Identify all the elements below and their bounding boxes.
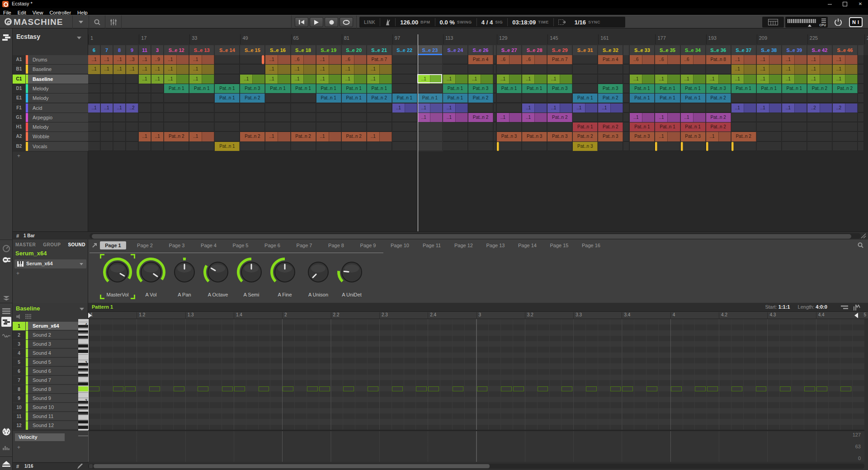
pattern-clip[interactable]: ..1 [139, 132, 151, 141]
clip-slot[interactable] [443, 132, 468, 141]
velocity-stem[interactable] [757, 437, 758, 460]
clip-slot[interactable] [291, 142, 316, 151]
pattern-clip[interactable]: Pat..n 2 [573, 132, 598, 141]
pattern-clip-tail[interactable] [668, 75, 680, 84]
clip-slot[interactable] [88, 142, 100, 151]
scene-Se29[interactable]: S..e 29 [547, 45, 572, 55]
arranger-scrollbar-thumb[interactable] [92, 234, 851, 239]
pattern-clip-tail[interactable] [329, 65, 341, 74]
pattern-clip[interactable]: Pat..n 1 [189, 84, 214, 93]
pattern-clip-tail[interactable] [769, 75, 782, 84]
clip-slot[interactable] [731, 113, 756, 122]
track-row-A2[interactable]: A2Wobble [13, 132, 88, 141]
sound-row-7[interactable]: 7Sound 7 [13, 376, 80, 385]
scene-6[interactable]: 6 [88, 45, 100, 55]
bpm-field[interactable]: 126.00BPM [396, 17, 434, 28]
clip-slot[interactable] [418, 132, 443, 141]
midi-note[interactable] [222, 386, 233, 391]
clip-slot[interactable] [113, 132, 126, 141]
pattern-clip[interactable]: ..1 [342, 75, 354, 84]
pattern-clip[interactable]: ..1 [782, 103, 795, 113]
clip-slot[interactable] [139, 142, 151, 151]
pattern-clip-tail[interactable] [795, 65, 807, 74]
pattern-clip[interactable]: ..1 [101, 103, 113, 113]
editor-scrollbar[interactable] [88, 464, 864, 469]
clip-slot[interactable] [494, 122, 496, 132]
clip-slot[interactable] [367, 113, 392, 122]
project-dropdown-icon[interactable] [77, 37, 81, 39]
sound-row-11[interactable]: 11Sound 11 [13, 412, 80, 421]
clip-slot[interactable] [623, 142, 629, 151]
arranger-view-icon[interactable] [2, 32, 11, 43]
black-key[interactable] [78, 344, 88, 348]
velocity-lane-selector[interactable]: Velocity [15, 433, 65, 441]
clip-slot[interactable] [139, 103, 151, 113]
midi-note[interactable] [198, 386, 208, 391]
pattern-clip-tail[interactable] [535, 55, 547, 64]
pattern-clip[interactable]: Pat..n 1 [291, 84, 316, 93]
clip-slot[interactable] [757, 142, 782, 151]
clip-slot[interactable] [443, 122, 468, 132]
clip-marker[interactable] [497, 142, 499, 151]
sound-row-4[interactable]: 4Sound 4 [13, 349, 80, 358]
pianoroll-grid[interactable] [88, 319, 864, 430]
midi-note[interactable] [259, 386, 269, 391]
pattern-clip[interactable]: ..1 [731, 55, 744, 64]
scene-spacer[interactable] [858, 45, 863, 55]
midi-note[interactable] [453, 386, 463, 391]
pattern-clip[interactable]: ..1 [630, 75, 642, 84]
clip-slot[interactable] [151, 103, 164, 113]
pattern-clip[interactable]: ..1 [265, 55, 278, 64]
pattern-clip-tail[interactable] [177, 75, 189, 84]
pattern-clip[interactable]: ..1 [655, 132, 668, 141]
collapse-chevron-icon[interactable] [2, 293, 10, 304]
arrange-tab-icon[interactable] [2, 306, 11, 317]
clip-slot[interactable] [598, 113, 623, 122]
pattern-clip[interactable]: Pat..n 7 [367, 55, 392, 64]
pattern-clip[interactable]: ..1 [418, 113, 430, 122]
pattern-clip[interactable]: ..1 [189, 65, 202, 74]
pattern-clip-tail[interactable] [304, 75, 316, 84]
pattern-clip-tail[interactable] [354, 75, 367, 84]
midi-note[interactable] [707, 386, 718, 391]
clip-slot[interactable] [151, 122, 164, 132]
plugin-slot[interactable]: Serum_x64 [14, 259, 86, 268]
pattern-clip-tail[interactable] [795, 103, 807, 113]
pattern-clip-tail[interactable] [509, 75, 522, 84]
clip-slot[interactable] [189, 113, 214, 122]
clip-slot[interactable] [858, 65, 864, 74]
pattern-clip[interactable]: ..1 [833, 75, 845, 84]
link-toggle[interactable]: LINK [359, 17, 380, 28]
scene-Se46[interactable]: S..e 46 [833, 45, 857, 55]
clip-marker[interactable] [706, 142, 708, 151]
sound-row-9[interactable]: 9Sound 9 [13, 394, 80, 403]
knob-dial[interactable] [134, 255, 168, 290]
midi-note[interactable] [695, 386, 706, 391]
clip-slot[interactable] [265, 94, 290, 103]
midi-note[interactable] [113, 386, 124, 391]
pattern-clip[interactable]: ..1 [497, 75, 509, 84]
velocity-stem[interactable] [781, 437, 782, 460]
pattern-clip[interactable]: ..1 [418, 103, 430, 113]
midi-note[interactable] [622, 386, 633, 391]
velocity-stem[interactable] [344, 437, 345, 460]
pattern-clip[interactable]: Pat..n 1 [757, 84, 782, 93]
clip-slot[interactable] [113, 142, 126, 151]
clip-slot[interactable] [782, 113, 807, 122]
pattern-clip[interactable]: Pat..n 3 [240, 84, 265, 93]
clip-slot[interactable] [807, 122, 832, 132]
clip-slot[interactable] [757, 94, 782, 103]
pattern-clip[interactable]: Pat..n 2 [598, 94, 623, 103]
pencil-icon[interactable] [77, 464, 83, 470]
clip-slot[interactable] [623, 75, 629, 84]
track-row-B2[interactable]: B2Vocals [13, 142, 88, 151]
pattern-clip[interactable]: ..1 [807, 75, 820, 84]
black-key[interactable] [78, 426, 88, 429]
pattern-clip[interactable]: ..6 [291, 55, 304, 64]
pattern-clip[interactable]: ..1 [265, 75, 278, 84]
pattern-clip[interactable]: Pat..n 3 [598, 132, 623, 141]
scene-Se33[interactable]: S..e 33 [630, 45, 654, 55]
sound-name[interactable]: Sound 3 [28, 340, 80, 348]
pattern-clip[interactable]: ..6 [655, 55, 668, 64]
scene-Se23[interactable]: S..e 23 [418, 45, 442, 55]
